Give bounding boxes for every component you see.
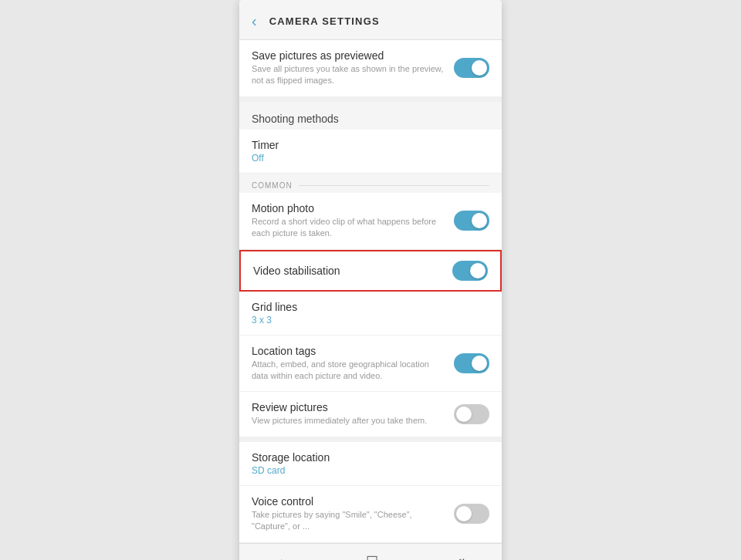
voice-control-subtitle: Take pictures by saying "Smile", "Cheese…: [252, 509, 446, 533]
voice-control-title: Voice control: [252, 495, 446, 508]
shooting-methods-label: Shooting methods: [239, 102, 502, 130]
voice-control-row[interactable]: Voice control Take pictures by saying "S…: [239, 486, 502, 543]
common-divider: COMMON: [239, 174, 502, 193]
review-pictures-title: Review pictures: [252, 401, 446, 413]
settings-content: Save pictures as previewed Save all pict…: [239, 40, 502, 543]
review-pictures-info: Review pictures View pictures immediatel…: [252, 401, 454, 427]
location-tags-subtitle: Attach, embed, and store geographical lo…: [252, 359, 446, 383]
voice-control-info: Voice control Take pictures by saying "S…: [252, 495, 454, 533]
storage-location-info: Storage location SD card: [252, 451, 489, 476]
timer-row[interactable]: Timer Off: [239, 130, 502, 174]
motion-photo-toggle[interactable]: [454, 211, 489, 231]
motion-photo-info: Motion photo Record a short video clip o…: [252, 202, 454, 240]
grid-lines-info: Grid lines 3 x 3: [252, 301, 489, 326]
save-pictures-toggle[interactable]: [454, 58, 489, 78]
page-title: CAMERA SETTINGS: [269, 15, 380, 27]
common-divider-line: [299, 185, 489, 186]
bottom-nav: ← ☐ ⇥: [239, 543, 502, 560]
video-stabilisation-info: Video stabilisation: [253, 265, 452, 277]
phone-container: ‹ CAMERA SETTINGS Save pictures as previ…: [239, 0, 502, 560]
grid-lines-row[interactable]: Grid lines 3 x 3: [239, 292, 502, 336]
location-tags-toggle[interactable]: [454, 353, 489, 373]
common-divider-text: COMMON: [252, 181, 293, 190]
nav-home-icon[interactable]: ☐: [366, 553, 378, 560]
location-tags-row[interactable]: Location tags Attach, embed, and store g…: [239, 336, 502, 393]
storage-location-row[interactable]: Storage location SD card: [239, 442, 502, 486]
grid-lines-title: Grid lines: [252, 301, 482, 313]
save-pictures-subtitle: Save all pictures you take as shown in t…: [252, 63, 446, 87]
timer-info: Timer Off: [252, 139, 489, 164]
location-tags-title: Location tags: [252, 345, 446, 357]
video-stabilisation-row[interactable]: Video stabilisation: [239, 250, 502, 292]
save-pictures-info: Save pictures as previewed Save all pict…: [252, 49, 454, 87]
location-tags-info: Location tags Attach, embed, and store g…: [252, 345, 454, 383]
motion-photo-title: Motion photo: [252, 202, 446, 214]
nav-back-icon[interactable]: ←: [277, 553, 291, 560]
review-pictures-subtitle: View pictures immediately after you take…: [252, 415, 446, 427]
review-pictures-toggle[interactable]: [454, 404, 489, 424]
video-stabilisation-toggle[interactable]: [452, 261, 488, 281]
review-pictures-row[interactable]: Review pictures View pictures immediatel…: [239, 392, 502, 437]
motion-photo-row[interactable]: Motion photo Record a short video clip o…: [239, 193, 502, 250]
motion-photo-subtitle: Record a short video clip of what happen…: [252, 216, 446, 240]
save-pictures-row[interactable]: Save pictures as previewed Save all pict…: [239, 40, 502, 97]
timer-value: Off: [252, 153, 482, 164]
timer-title: Timer: [252, 139, 482, 151]
nav-recent-icon[interactable]: ⇥: [453, 553, 465, 560]
storage-location-title: Storage location: [252, 451, 482, 464]
grid-lines-value: 3 x 3: [252, 315, 482, 326]
storage-location-value: SD card: [252, 465, 482, 476]
save-pictures-title: Save pictures as previewed: [252, 49, 446, 62]
video-stabilisation-title: Video stabilisation: [253, 265, 445, 277]
header: ‹ CAMERA SETTINGS: [239, 0, 502, 40]
voice-control-toggle[interactable]: [454, 504, 489, 524]
back-icon[interactable]: ‹: [247, 11, 262, 32]
